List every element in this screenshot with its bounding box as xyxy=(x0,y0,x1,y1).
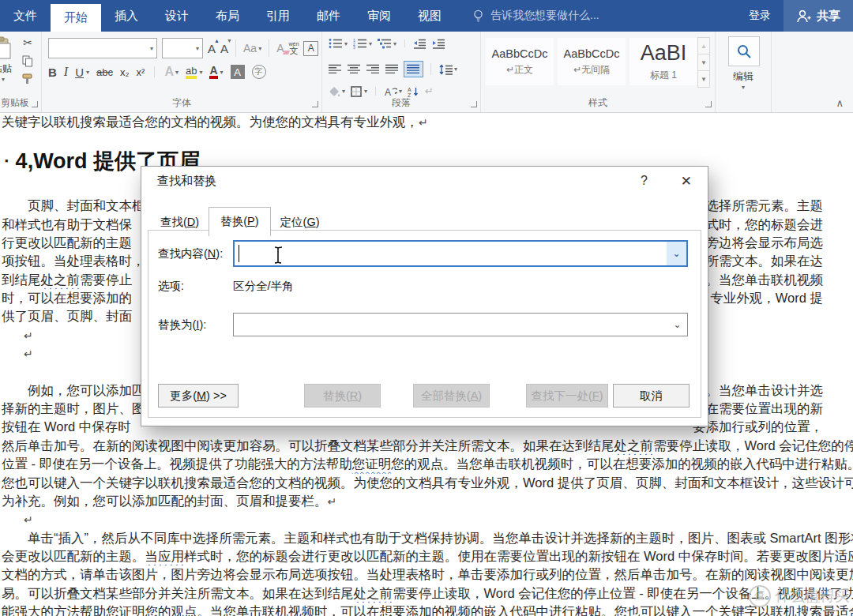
tell-me[interactable]: 告诉我您想要做什么... xyxy=(472,0,599,32)
more-button[interactable]: 更多(M) >> xyxy=(158,384,239,408)
phonetic-guide-button[interactable]: wén文 xyxy=(289,41,299,55)
line-spacing-button[interactable]: ▾ xyxy=(439,64,457,75)
font-size-combobox[interactable]: ▾ xyxy=(162,38,203,58)
dialog-tabs: 查找(D)替换(P)定位(G) xyxy=(151,207,329,235)
find-what-input[interactable]: ⌄ xyxy=(233,240,688,267)
superscript-button[interactable]: x² xyxy=(137,66,145,78)
find-what-field[interactable] xyxy=(235,242,667,265)
underline-dropdown-icon[interactable]: ▾ xyxy=(86,69,89,76)
italic-button[interactable]: I xyxy=(64,65,68,79)
format-painter-icon[interactable] xyxy=(22,73,33,85)
change-case-button[interactable]: Aa▾ xyxy=(243,42,261,54)
subscript-button[interactable]: x₂ xyxy=(120,66,130,78)
font-dialog-launcher[interactable] xyxy=(312,101,318,107)
shrink-font-button[interactable]: A▼ xyxy=(220,42,228,55)
style-card-no-spacing[interactable]: AaBbCcDc↵无间隔 xyxy=(558,38,626,85)
replace-with-dropdown[interactable]: ⌄ xyxy=(667,314,687,336)
ribbon-tab-insert[interactable]: 插入 xyxy=(101,0,152,32)
show-marks-button[interactable]: ↵ xyxy=(425,85,434,97)
line-left-fragment: 时，可以在想要添加的 xyxy=(2,289,132,307)
cancel-button[interactable]: 取消 xyxy=(613,384,690,408)
grow-font-button[interactable]: A▲ xyxy=(208,42,216,55)
ribbon-tab-review[interactable]: 审阅 xyxy=(354,0,404,32)
font-group-label: 字体 xyxy=(42,96,321,110)
ribbon-tab-references[interactable]: 引用 xyxy=(253,0,303,32)
style-sample: AaBbCcDc xyxy=(492,47,548,60)
distributed-button[interactable] xyxy=(404,62,423,77)
style-card-heading1[interactable]: AaBI标题 1 xyxy=(629,38,697,85)
paragraph-group: ▾ 123 ▾ ▾ xyxy=(322,32,481,112)
ribbon-tab-mailings[interactable]: 邮件 xyxy=(303,0,354,32)
replace-with-input[interactable]: ⌄ xyxy=(233,313,688,336)
ribbon-spacer: ∧ xyxy=(772,32,853,112)
enclose-characters-button[interactable]: 字 xyxy=(252,65,266,79)
ribbon-tab-layout[interactable]: 布局 xyxy=(202,0,253,32)
styles-group-label: 样式 xyxy=(481,96,715,110)
close-icon[interactable]: ✕ xyxy=(681,173,692,190)
dialog-tab-goto[interactable]: 定位(G) xyxy=(271,211,329,235)
line-left-fragment: 到结尾处之前需要停止 xyxy=(2,271,132,289)
asian-layout-button[interactable]: A ▾ xyxy=(384,86,402,97)
character-border-button[interactable]: A xyxy=(303,41,318,56)
ribbon-tab-view[interactable]: 视图 xyxy=(404,0,455,32)
underline-button[interactable]: U xyxy=(75,66,84,79)
character-shading-button[interactable]: A xyxy=(231,65,245,79)
align-left-button[interactable] xyxy=(329,64,342,74)
cut-icon[interactable]: ✂ xyxy=(23,36,32,49)
justify-button[interactable] xyxy=(385,64,399,74)
collapse-ribbon-button[interactable]: ∧ xyxy=(836,97,844,109)
sort-button[interactable]: AZ xyxy=(408,86,419,97)
replace-with-field[interactable] xyxy=(234,314,667,336)
watermark-text: 什么值得买 xyxy=(775,586,850,607)
scroll-down-icon[interactable]: ▼ xyxy=(697,54,710,71)
font-color-button[interactable]: A xyxy=(209,65,217,79)
sign-in-button[interactable]: 登录 xyxy=(736,0,783,32)
paragraph-dialog-launcher[interactable] xyxy=(471,101,477,107)
font-name-combobox[interactable]: ▾ xyxy=(48,38,157,58)
editing-dropdown-icon[interactable]: ▾ xyxy=(716,84,771,91)
options-value: 区分全/半角 xyxy=(233,279,294,294)
help-button[interactable]: ? xyxy=(641,174,648,188)
text-effects-button[interactable]: A▾ xyxy=(164,65,178,79)
numbered-list-button[interactable]: 123 ▾ xyxy=(353,38,372,49)
shading-button[interactable]: ▾ xyxy=(329,86,345,97)
paste-button[interactable]: 粘贴 ▾ xyxy=(0,36,16,83)
decrease-indent-button[interactable] xyxy=(413,39,426,49)
ribbon-tab-design[interactable]: 设计 xyxy=(152,0,202,32)
align-center-button[interactable] xyxy=(348,64,361,74)
line-right-fragment: 。当您单击设计并选 xyxy=(706,381,824,400)
ribbon-tab-file[interactable]: 文件 xyxy=(0,0,51,32)
styles-group: AaBbCcDc↵正文AaBbCcDc↵无间隔AaBI标题 1 ▲ ▼ ▼ 样式 xyxy=(481,32,716,112)
clipboard-dialog-launcher[interactable] xyxy=(32,101,38,107)
style-sample: AaBbCcDc xyxy=(564,47,620,60)
scroll-up-icon[interactable]: ▲ xyxy=(697,37,710,54)
copy-icon[interactable] xyxy=(22,55,33,67)
document-line: 然后单击加号。在新的阅读视图中阅读更加容易。可以折叠文档某些部分并关注所需文本。… xyxy=(0,437,853,455)
multilevel-list-button[interactable]: ▾ xyxy=(378,38,396,49)
clear-formatting-button[interactable]: A xyxy=(276,42,284,54)
bold-button[interactable]: B xyxy=(48,66,57,79)
find-button[interactable] xyxy=(728,36,760,66)
dialog-tab-find[interactable]: 查找(D) xyxy=(151,211,209,235)
font-color-dropdown-icon[interactable]: ▾ xyxy=(220,69,224,76)
dialog-titlebar[interactable]: 查找和替换 xyxy=(141,167,708,195)
bullet-list-button[interactable]: ▾ xyxy=(329,38,348,49)
editing-group-label[interactable]: 编辑 xyxy=(716,69,771,84)
align-right-button[interactable] xyxy=(366,64,380,74)
ribbon-tabs: 文件开始插入设计布局引用邮件审阅视图 xyxy=(0,0,455,32)
increase-indent-button[interactable] xyxy=(432,39,445,49)
find-what-dropdown[interactable]: ⌄ xyxy=(667,242,686,265)
borders-button[interactable]: ▾ xyxy=(351,86,367,97)
styles-dialog-launcher[interactable] xyxy=(705,101,712,107)
ribbon-tab-home[interactable]: 开始 xyxy=(51,4,101,32)
document-line: ↵ xyxy=(0,510,853,528)
highlight-button[interactable]: ab xyxy=(186,66,197,79)
paste-label: 粘贴 xyxy=(0,62,16,76)
highlight-dropdown-icon[interactable]: ▾ xyxy=(199,69,202,76)
dialog-tab-replace[interactable]: 替换(P) xyxy=(209,207,270,236)
style-card-normal[interactable]: AaBbCcDc↵正文 xyxy=(486,38,554,85)
strikethrough-button[interactable]: abc xyxy=(96,66,113,78)
style-name: ↵无间隔 xyxy=(573,63,610,77)
share-button[interactable]: 共享 xyxy=(783,0,853,32)
gallery-more-icon[interactable]: ▼ xyxy=(697,70,710,88)
